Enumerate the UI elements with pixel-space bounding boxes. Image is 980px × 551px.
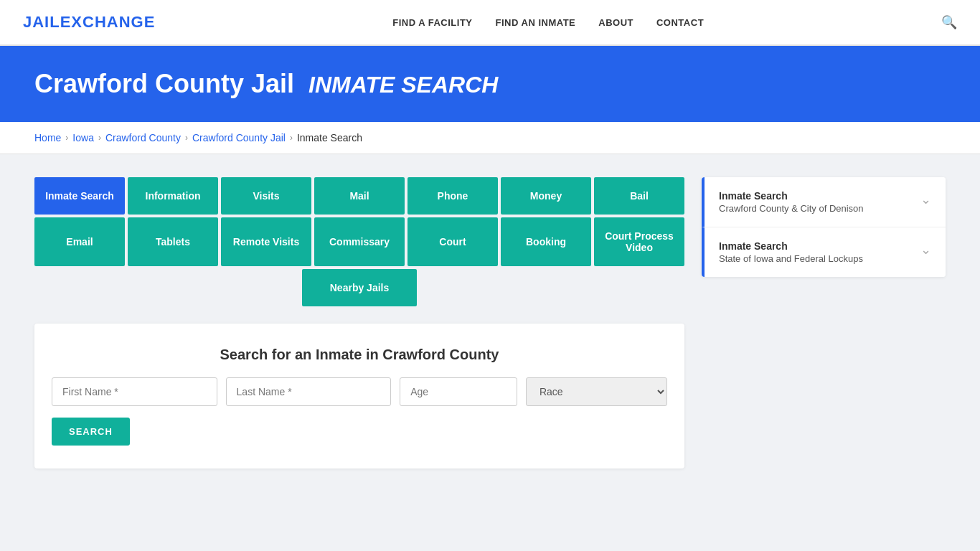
logo-part2: EXCHANGE — [60, 13, 156, 31]
tabs-row-3: Nearby Jails — [34, 269, 684, 306]
logo-part1: JAIL — [23, 13, 60, 31]
hero-section: Crawford County Jail Inmate Search — [0, 46, 980, 122]
nav-link-contact[interactable]: CONTACT — [656, 17, 704, 28]
sidebar-item-text-0: Inmate Search Crawford County & City of … — [719, 190, 864, 214]
breadcrumb-sep: › — [185, 133, 188, 143]
left-column: Inmate SearchInformationVisitsMailPhoneM… — [34, 177, 684, 468]
tab-nearby-jails[interactable]: Nearby Jails — [302, 269, 417, 306]
nav-link-find-an-inmate[interactable]: FIND AN INMATE — [496, 17, 576, 28]
hero-title-main: Crawford County Jail — [34, 69, 294, 98]
chevron-down-icon: ⌄ — [920, 242, 931, 258]
tab-information[interactable]: Information — [128, 177, 218, 215]
nav-link-find-a-facility[interactable]: FIND A FACILITY — [392, 17, 472, 28]
nav-link-about[interactable]: ABOUT — [598, 17, 633, 28]
breadcrumb-link[interactable]: Iowa — [72, 132, 94, 143]
breadcrumb-sep: › — [65, 133, 68, 143]
tab-court-process-video[interactable]: Court Process Video — [594, 217, 684, 266]
search-inputs: RaceWhiteBlackHispanicAsianOther — [52, 377, 667, 406]
tab-tablets[interactable]: Tablets — [128, 217, 218, 266]
sidebar-item-title-1: Inmate Search — [719, 240, 863, 252]
breadcrumb-current: Inmate Search — [297, 132, 362, 143]
tab-inmate-search[interactable]: Inmate Search — [34, 177, 125, 215]
sidebar-item-text-1: Inmate Search State of Iowa and Federal … — [719, 240, 863, 264]
last-name-input[interactable] — [226, 377, 392, 406]
tab-commissary[interactable]: Commissary — [314, 217, 405, 266]
nav-links: FIND A FACILITYFIND AN INMATEABOUTCONTAC… — [392, 17, 704, 28]
tab-phone[interactable]: Phone — [407, 177, 498, 215]
breadcrumb-link[interactable]: Home — [34, 132, 61, 143]
search-icon[interactable]: 🔍 — [941, 14, 957, 30]
tab-money[interactable]: Money — [501, 177, 591, 215]
chevron-down-icon: ⌄ — [920, 192, 931, 207]
hero-title-emphasis: Inmate Search — [308, 72, 498, 98]
navbar: JAILEXCHANGE FIND A FACILITYFIND AN INMA… — [0, 0, 980, 46]
page-title: Crawford County Jail Inmate Search — [34, 69, 946, 99]
age-input[interactable] — [400, 377, 517, 406]
first-name-input[interactable] — [52, 377, 217, 406]
breadcrumb: Home›Iowa›Crawford County›Crawford Count… — [0, 122, 980, 154]
sidebar-item-subtitle-0: Crawford County & City of Denison — [719, 203, 864, 214]
search-card: Search for an Inmate in Crawford County … — [34, 324, 684, 468]
sidebar-item-0[interactable]: Inmate Search Crawford County & City of … — [702, 177, 946, 227]
tab-remote-visits[interactable]: Remote Visits — [221, 217, 311, 266]
sidebar-item-subtitle-1: State of Iowa and Federal Lockups — [719, 253, 863, 264]
breadcrumb-link[interactable]: Crawford County Jail — [192, 132, 286, 143]
tab-mail[interactable]: Mail — [314, 177, 405, 215]
tab-booking[interactable]: Booking — [501, 217, 591, 266]
right-sidebar: Inmate Search Crawford County & City of … — [702, 177, 946, 280]
tabs-row-1: Inmate SearchInformationVisitsMailPhoneM… — [34, 177, 684, 215]
tab-email[interactable]: Email — [34, 217, 125, 266]
tab-court[interactable]: Court — [407, 217, 498, 266]
breadcrumb-link[interactable]: Crawford County — [105, 132, 181, 143]
race-select[interactable]: RaceWhiteBlackHispanicAsianOther — [526, 377, 667, 406]
main-content: Inmate SearchInformationVisitsMailPhoneM… — [0, 154, 980, 491]
sidebar-item-title-0: Inmate Search — [719, 190, 864, 202]
sidebar-item-1[interactable]: Inmate Search State of Iowa and Federal … — [702, 227, 946, 277]
logo[interactable]: JAILEXCHANGE — [23, 13, 155, 32]
breadcrumb-sep: › — [290, 133, 293, 143]
tabs-container: Inmate SearchInformationVisitsMailPhoneM… — [34, 177, 684, 306]
tab-visits[interactable]: Visits — [221, 177, 311, 215]
search-button[interactable]: SEARCH — [52, 418, 130, 446]
breadcrumb-sep: › — [98, 133, 101, 143]
tabs-row-2: EmailTabletsRemote VisitsCommissaryCourt… — [34, 217, 684, 266]
tab-bail[interactable]: Bail — [594, 177, 684, 215]
search-title: Search for an Inmate in Crawford County — [52, 347, 667, 363]
sidebar-card: Inmate Search Crawford County & City of … — [702, 177, 946, 277]
